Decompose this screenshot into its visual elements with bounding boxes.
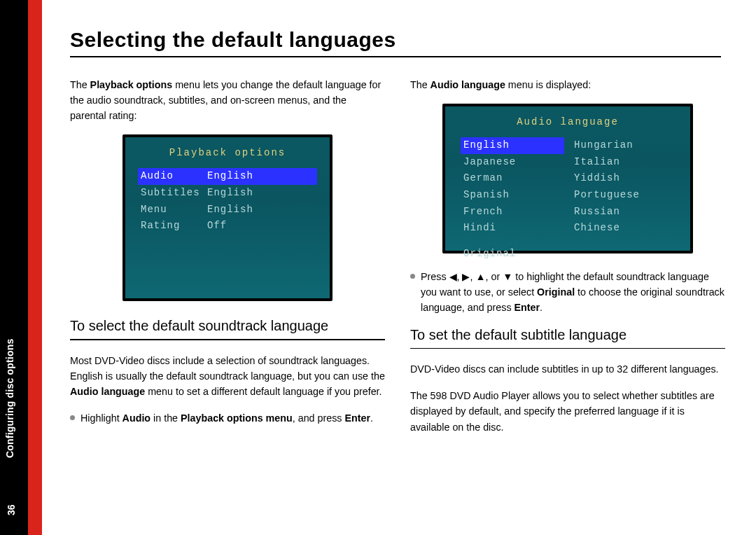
- spine-red: [28, 0, 42, 535]
- osd-rows: Audio English Subtitles English Menu Eng…: [125, 168, 330, 235]
- osd-lang-italian: Italian: [571, 154, 675, 171]
- text: , and press: [293, 412, 345, 424]
- osd-row-menu: Menu English: [138, 202, 317, 218]
- bullet-text: Press ◀, ▶, ▲, or ▼ to highlight the def…: [421, 269, 725, 315]
- osd-lang-japanese: Japanese: [461, 154, 564, 171]
- osd-lang-spanish: Spanish: [461, 187, 564, 204]
- osd-val: Off: [207, 218, 227, 234]
- text: The: [70, 79, 90, 90]
- arrow-icons: ◀, ▶, ▲, or ▼: [449, 271, 513, 282]
- right-column: The Audio language menu is displayed: Au…: [410, 77, 725, 446]
- bullet-icon: [70, 415, 75, 420]
- spine-section-label: Configuring disc options: [4, 339, 15, 458]
- text: in the: [150, 412, 181, 424]
- bold: Enter: [344, 412, 370, 424]
- text: menu is displayed:: [505, 79, 591, 90]
- osd-lang-hungarian: Hungarian: [571, 137, 675, 154]
- text: .: [370, 412, 373, 424]
- left-bullet: Highlight Audio in the Playback options …: [70, 410, 385, 426]
- text: menu to set a different default language…: [145, 386, 382, 397]
- osd-lang-original: Original: [445, 237, 690, 262]
- osd-lang-hindi: Hindi: [461, 220, 564, 237]
- osd-row-audio: Audio English: [138, 168, 317, 185]
- page-content: Selecting the default languages The Play…: [70, 28, 728, 518]
- osd-grid: English Hungarian Japanese Italian Germa…: [445, 137, 690, 237]
- right-bullet: Press ◀, ▶, ▲, or ▼ to highlight the def…: [410, 269, 725, 315]
- osd-lang-portuguese: Portuguese: [571, 187, 675, 204]
- osd-lang-chinese: Chinese: [571, 220, 675, 237]
- osd-val: English: [207, 202, 253, 218]
- left-intro: The Playback options menu lets you chang…: [70, 77, 385, 123]
- osd-key: Audio: [141, 169, 207, 184]
- osd-lang-russian: Russian: [571, 204, 675, 221]
- osd-row-subtitles: Subtitles English: [138, 185, 317, 202]
- text: Most DVD-Video discs include a selection…: [70, 355, 385, 382]
- osd-lang-german: German: [461, 170, 564, 187]
- page-title: Selecting the default languages: [70, 28, 728, 52]
- osd-lang-english: English: [461, 137, 564, 154]
- osd-val: English: [207, 169, 253, 184]
- osd-lang-yiddish: Yiddish: [571, 170, 675, 187]
- osd-key: Menu: [141, 202, 207, 218]
- bullet-icon: [410, 274, 415, 279]
- osd-title: Audio language: [445, 112, 690, 137]
- osd-title: Playback options: [125, 143, 330, 168]
- left-p2: Most DVD-Video discs include a selection…: [70, 353, 385, 399]
- rule: [70, 339, 385, 340]
- bold-audio-language: Audio language: [430, 79, 505, 90]
- osd-key: Rating: [141, 218, 207, 234]
- text: The: [410, 79, 430, 90]
- title-rule: [70, 56, 721, 57]
- left-subheading: To select the default soundtrack languag…: [70, 317, 385, 335]
- text: Highlight: [80, 412, 122, 424]
- bullet-text: Highlight Audio in the Playback options …: [80, 410, 385, 426]
- rule: [410, 348, 725, 349]
- bold: Audio: [122, 412, 151, 424]
- text: Press: [421, 271, 449, 282]
- osd-playback-options: Playback options Audio English Subtitles…: [122, 134, 332, 301]
- bold: Enter: [514, 302, 540, 313]
- left-column: The Playback options menu lets you chang…: [70, 77, 385, 446]
- bold: Playback options menu: [181, 412, 293, 424]
- bold: Original: [537, 286, 575, 298]
- osd-val: English: [207, 186, 253, 201]
- right-subheading: To set the default subtitle language: [410, 326, 725, 344]
- osd-audio-language: Audio language English Hungarian Japanes…: [442, 104, 693, 253]
- bold-audio-language: Audio language: [70, 386, 145, 397]
- right-p3: The 598 DVD Audio Player allows you to s…: [410, 388, 725, 434]
- page-number: 36: [6, 504, 17, 515]
- text: .: [540, 302, 542, 313]
- osd-row-rating: Rating Off: [138, 218, 317, 235]
- osd-key: Subtitles: [141, 186, 207, 201]
- osd-lang-french: French: [461, 204, 564, 221]
- bold-playback-options: Playback options: [90, 79, 173, 90]
- right-p2: DVD-Video discs can include subtitles in…: [410, 361, 725, 377]
- right-intro: The Audio language menu is displayed:: [410, 77, 725, 92]
